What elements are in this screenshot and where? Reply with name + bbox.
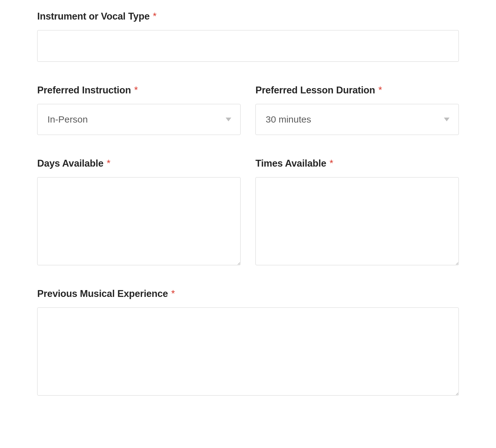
instrument-label-text: Instrument or Vocal Type bbox=[37, 11, 150, 22]
instrument-label: Instrument or Vocal Type * bbox=[37, 11, 459, 22]
days-label: Days Available * bbox=[37, 158, 241, 169]
duration-field: Preferred Lesson Duration * 30 minutes bbox=[255, 85, 459, 135]
instruction-select-wrap: In-Person bbox=[37, 104, 241, 135]
days-textarea[interactable] bbox=[37, 177, 241, 265]
duration-label: Preferred Lesson Duration * bbox=[255, 85, 459, 96]
duration-select-wrap: 30 minutes bbox=[255, 104, 459, 135]
days-field: Days Available * bbox=[37, 158, 241, 265]
times-field: Times Available * bbox=[255, 158, 459, 265]
required-indicator: * bbox=[153, 11, 157, 22]
required-indicator: * bbox=[171, 288, 175, 299]
times-textarea[interactable] bbox=[255, 177, 459, 265]
experience-field: Previous Musical Experience * bbox=[37, 288, 459, 396]
required-indicator: * bbox=[107, 158, 110, 169]
times-label: Times Available * bbox=[255, 158, 459, 169]
days-label-text: Days Available bbox=[37, 158, 104, 169]
experience-label-text: Previous Musical Experience bbox=[37, 288, 168, 299]
instrument-field: Instrument or Vocal Type * bbox=[37, 11, 459, 62]
instruction-field: Preferred Instruction * In-Person bbox=[37, 85, 241, 135]
instruction-label-text: Preferred Instruction bbox=[37, 85, 131, 96]
duration-select[interactable]: 30 minutes bbox=[255, 104, 459, 135]
required-indicator: * bbox=[378, 85, 382, 96]
required-indicator: * bbox=[134, 85, 138, 96]
experience-label: Previous Musical Experience * bbox=[37, 288, 459, 299]
instrument-input[interactable] bbox=[37, 30, 459, 62]
duration-label-text: Preferred Lesson Duration bbox=[255, 85, 375, 96]
required-indicator: * bbox=[330, 158, 333, 169]
experience-textarea[interactable] bbox=[37, 307, 459, 396]
instruction-label: Preferred Instruction * bbox=[37, 85, 241, 96]
instruction-select[interactable]: In-Person bbox=[37, 104, 241, 135]
times-label-text: Times Available bbox=[255, 158, 326, 169]
